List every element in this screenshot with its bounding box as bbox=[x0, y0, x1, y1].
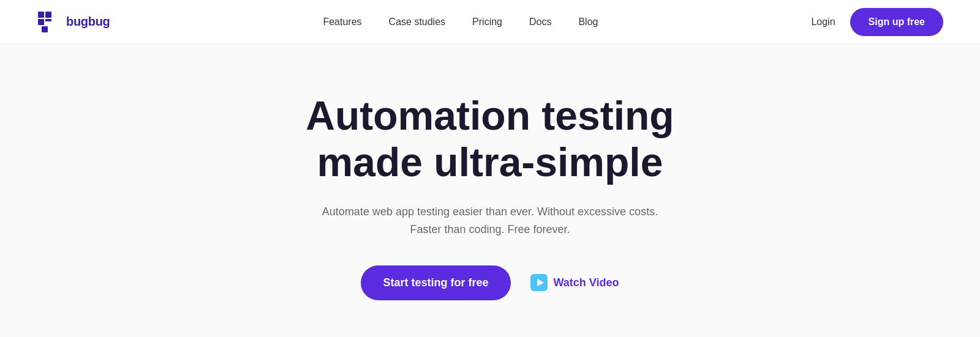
hero-title-line1: Automation testing bbox=[306, 93, 674, 138]
watch-video-label: Watch Video bbox=[554, 276, 619, 289]
start-testing-button[interactable]: Start testing for free bbox=[361, 265, 510, 300]
hero-actions: Start testing for free Watch Video bbox=[361, 265, 619, 300]
nav-link-features[interactable]: Features bbox=[323, 17, 361, 28]
nav-links: Features Case studies Pricing Docs Blog bbox=[323, 17, 598, 28]
nav-link-case-studies[interactable]: Case studies bbox=[389, 17, 446, 28]
login-link[interactable]: Login bbox=[811, 17, 835, 28]
svg-rect-0 bbox=[38, 12, 44, 18]
signup-button[interactable]: Sign up free bbox=[850, 8, 943, 36]
bugbug-logo-icon bbox=[37, 10, 60, 34]
svg-rect-2 bbox=[38, 19, 44, 25]
hero-subtitle-line1: Automate web app testing easier than eve… bbox=[322, 206, 658, 218]
nav-link-docs[interactable]: Docs bbox=[529, 17, 551, 28]
hero-subtitle: Automate web app testing easier than eve… bbox=[322, 203, 658, 239]
logo[interactable]: bugbug bbox=[37, 10, 110, 34]
svg-rect-3 bbox=[45, 19, 51, 21]
play-icon bbox=[530, 274, 548, 291]
hero-title: Automation testing made ultra-simple bbox=[306, 93, 674, 186]
logo-text: bugbug bbox=[66, 15, 110, 29]
navbar: bugbug Features Case studies Pricing Doc… bbox=[0, 0, 980, 44]
hero-title-line2: made ultra-simple bbox=[317, 139, 663, 185]
watch-video-button[interactable]: Watch Video bbox=[530, 274, 619, 291]
hero-section: Automation testing made ultra-simple Aut… bbox=[0, 44, 980, 337]
svg-rect-1 bbox=[45, 12, 51, 18]
hero-subtitle-line2: Faster than coding. Free forever. bbox=[410, 223, 570, 235]
nav-actions: Login Sign up free bbox=[811, 8, 943, 36]
svg-rect-4 bbox=[42, 26, 48, 32]
nav-link-pricing[interactable]: Pricing bbox=[472, 17, 502, 28]
nav-link-blog[interactable]: Blog bbox=[578, 17, 598, 28]
